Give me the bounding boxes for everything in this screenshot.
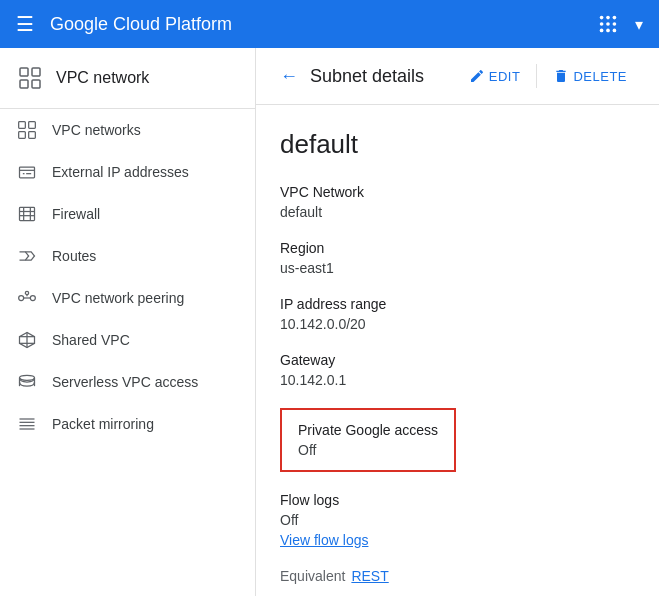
delete-label: DELETE <box>573 69 627 84</box>
packet-mirroring-icon <box>16 413 38 435</box>
svg-point-6 <box>600 29 604 33</box>
menu-icon[interactable]: ☰ <box>16 12 34 36</box>
svg-point-29 <box>25 291 28 294</box>
svg-point-35 <box>20 375 35 380</box>
svg-rect-21 <box>20 207 35 220</box>
external-ip-icon <box>16 161 38 183</box>
svg-point-7 <box>606 29 610 33</box>
ip-range-section: IP address range 10.142.0.0/20 <box>280 296 635 332</box>
svg-point-27 <box>30 296 35 301</box>
sidebar-item-label: VPC network peering <box>52 290 184 306</box>
ip-range-value: 10.142.0.0/20 <box>280 316 635 332</box>
sidebar-item-packet-mirroring[interactable]: Packet mirroring <box>0 403 255 445</box>
sidebar-item-label: Serverless VPC access <box>52 374 198 390</box>
ip-range-label: IP address range <box>280 296 635 312</box>
sidebar: VPC network VPC networks <box>0 48 256 596</box>
gateway-section: Gateway 10.142.0.1 <box>280 352 635 388</box>
svg-point-4 <box>606 22 610 26</box>
sidebar-item-label: Firewall <box>52 206 100 222</box>
sidebar-item-label: Packet mirroring <box>52 416 154 432</box>
view-flow-logs-link[interactable]: View flow logs <box>280 532 368 548</box>
svg-rect-15 <box>19 132 26 139</box>
svg-rect-9 <box>20 68 28 76</box>
page-title: Subnet details <box>310 66 424 87</box>
back-button[interactable]: ← <box>280 66 298 87</box>
vpc-peering-icon <box>16 287 38 309</box>
svg-point-5 <box>613 22 617 26</box>
serverless-vpc-icon <box>16 371 38 393</box>
svg-point-1 <box>606 16 610 20</box>
private-google-access-section: Private Google access Off <box>280 408 456 472</box>
app-switcher-icon[interactable] <box>597 13 619 35</box>
gateway-label: Gateway <box>280 352 635 368</box>
sidebar-item-label: VPC networks <box>52 122 141 138</box>
svg-rect-11 <box>20 80 28 88</box>
vpc-network-value: default <box>280 204 635 220</box>
sidebar-item-vpc-peering[interactable]: VPC network peering <box>0 277 255 319</box>
svg-rect-14 <box>29 122 36 129</box>
page-header-left: ← Subnet details <box>280 66 424 87</box>
vpc-network-label: VPC Network <box>280 184 635 200</box>
vpc-header-icon <box>16 64 44 92</box>
project-dropdown-icon[interactable]: ▾ <box>635 15 643 34</box>
subnet-name: default <box>280 129 635 160</box>
sidebar-item-label: External IP addresses <box>52 164 189 180</box>
svg-rect-17 <box>20 167 35 178</box>
sidebar-item-firewall[interactable]: Firewall <box>0 193 255 235</box>
delete-icon <box>553 68 569 84</box>
edit-label: EDIT <box>489 69 521 84</box>
region-label: Region <box>280 240 635 256</box>
svg-rect-16 <box>29 132 36 139</box>
region-value: us-east1 <box>280 260 635 276</box>
sidebar-item-shared-vpc[interactable]: Shared VPC <box>0 319 255 361</box>
svg-point-8 <box>613 29 617 33</box>
page-header: ← Subnet details EDIT DELETE <box>256 48 659 105</box>
equivalent-section: Equivalent REST <box>280 568 635 584</box>
sidebar-title: VPC network <box>56 69 149 87</box>
region-section: Region us-east1 <box>280 240 635 276</box>
vpc-network-section: VPC Network default <box>280 184 635 220</box>
equivalent-label: Equivalent <box>280 568 345 584</box>
svg-rect-13 <box>19 122 26 129</box>
main-layout: VPC network VPC networks <box>0 48 659 596</box>
page-header-actions: EDIT DELETE <box>461 62 635 90</box>
svg-point-2 <box>613 16 617 20</box>
svg-point-26 <box>19 296 24 301</box>
firewall-icon <box>16 203 38 225</box>
sidebar-item-label: Routes <box>52 248 96 264</box>
sidebar-item-vpc-networks[interactable]: VPC networks <box>0 109 255 151</box>
gateway-value: 10.142.0.1 <box>280 372 635 388</box>
svg-point-3 <box>600 22 604 26</box>
main-content: ← Subnet details EDIT DELETE <box>256 48 659 596</box>
sidebar-item-serverless-vpc[interactable]: Serverless VPC access <box>0 361 255 403</box>
svg-rect-12 <box>32 80 40 88</box>
flow-logs-section: Flow logs Off View flow logs <box>280 492 635 548</box>
sidebar-item-routes[interactable]: Routes <box>0 235 255 277</box>
flow-logs-label: Flow logs <box>280 492 635 508</box>
routes-icon <box>16 245 38 267</box>
sidebar-header: VPC network <box>0 48 255 109</box>
actions-divider <box>536 64 537 88</box>
topbar: ☰ Google Cloud Platform ▾ <box>0 0 659 48</box>
edit-icon <box>469 68 485 84</box>
flow-logs-value: Off <box>280 512 635 528</box>
shared-vpc-icon <box>16 329 38 351</box>
vpc-networks-icon <box>16 119 38 141</box>
sidebar-item-label: Shared VPC <box>52 332 130 348</box>
svg-rect-10 <box>32 68 40 76</box>
app-title: Google Cloud Platform <box>50 14 581 35</box>
edit-button[interactable]: EDIT <box>461 62 529 90</box>
svg-point-0 <box>600 16 604 20</box>
sidebar-item-external-ip[interactable]: External IP addresses <box>0 151 255 193</box>
delete-button[interactable]: DELETE <box>545 62 635 90</box>
private-google-label: Private Google access <box>298 422 438 438</box>
private-google-value: Off <box>298 442 438 458</box>
rest-link[interactable]: REST <box>351 568 388 584</box>
detail-content: default VPC Network default Region us-ea… <box>256 105 659 596</box>
